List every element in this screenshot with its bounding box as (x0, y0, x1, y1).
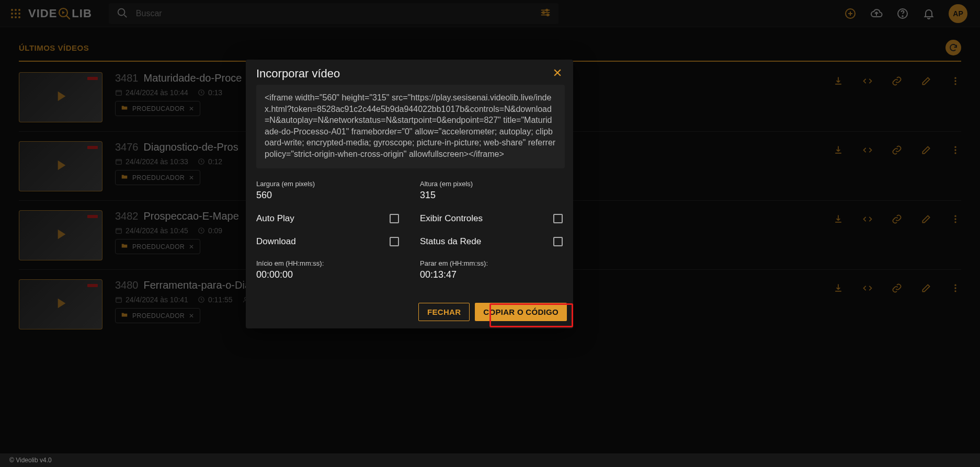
download-checkbox[interactable] (390, 237, 399, 246)
footer-text: © Videolib v4.0 (9, 457, 52, 464)
controls-label: Exibir Controles (420, 213, 483, 224)
autoplay-label: Auto Play (256, 213, 294, 224)
embed-code-box[interactable]: <iframe width="560" height="315" src="ht… (256, 85, 565, 168)
download-label: Download (256, 236, 296, 247)
start-value[interactable]: 00:00:00 (256, 269, 399, 280)
copy-code-button[interactable]: COPIAR O CÓDIGO (475, 303, 567, 321)
embed-modal: Incorporar vídeo <iframe width="560" hei… (246, 60, 573, 328)
network-checkbox[interactable] (553, 237, 563, 246)
close-icon[interactable] (552, 67, 563, 80)
width-label: Largura (em pixels) (256, 180, 399, 188)
width-value[interactable]: 560 (256, 190, 399, 201)
close-button[interactable]: FECHAR (418, 303, 470, 321)
footer: © Videolib v4.0 (0, 453, 980, 467)
stop-value[interactable]: 00:13:47 (420, 269, 563, 280)
autoplay-checkbox[interactable] (390, 214, 399, 223)
modal-title: Incorporar vídeo (256, 67, 340, 81)
height-label: Altura (em pixels) (420, 180, 563, 188)
start-label: Início em (HH:mm:ss): (256, 259, 399, 267)
height-value[interactable]: 315 (420, 190, 563, 201)
modal-scroll[interactable]: <iframe width="560" height="315" src="ht… (256, 85, 573, 298)
network-label: Status da Rede (420, 236, 481, 247)
controls-checkbox[interactable] (553, 214, 563, 223)
stop-label: Parar em (HH:mm:ss): (420, 259, 563, 267)
embed-code-text: <iframe width="560" height="315" src="ht… (265, 93, 555, 158)
